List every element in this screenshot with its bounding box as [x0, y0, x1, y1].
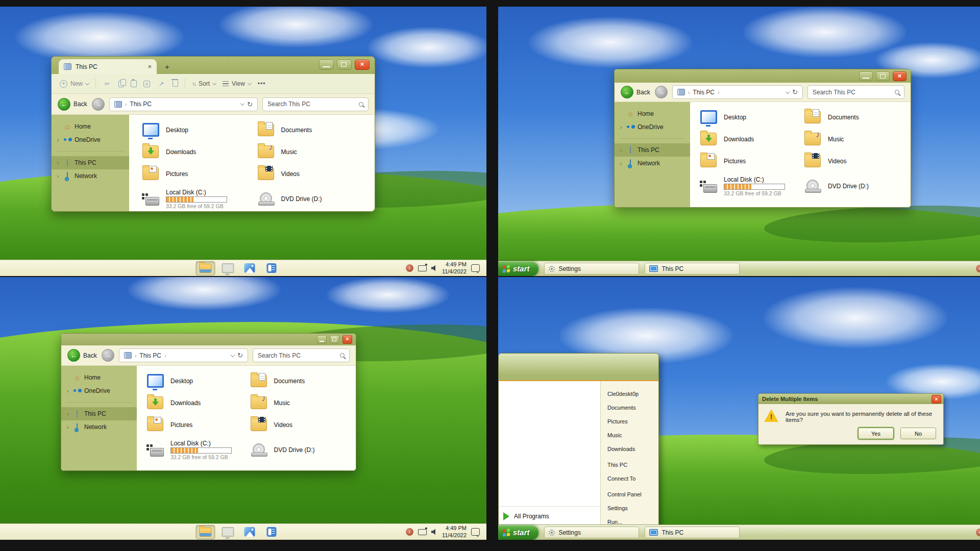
expand-chevron-icon[interactable] — [65, 388, 70, 394]
file-item-videos[interactable]: Videos — [250, 414, 353, 436]
taskbar-system-button[interactable] — [218, 525, 237, 538]
file-item-local-disk[interactable]: Local Disk (C:) 33.2 GB free of 59.2 GB — [146, 436, 250, 464]
expand-chevron-icon[interactable] — [619, 147, 623, 153]
no-button[interactable]: No — [900, 428, 936, 439]
dialog-close-button[interactable]: × — [932, 395, 941, 404]
taskbar-widgets-button[interactable] — [262, 525, 281, 538]
network-tray-icon[interactable] — [418, 529, 427, 535]
sidebar-item-onedrive[interactable]: OneDrive — [61, 384, 137, 397]
new-tab-button[interactable]: + — [165, 62, 169, 71]
search-input[interactable]: Search This PC — [253, 348, 350, 362]
file-item-music[interactable]: ♪ Music — [257, 141, 372, 163]
file-item-pictures[interactable]: Pictures — [141, 163, 257, 185]
taskbar-file-explorer-button[interactable] — [195, 261, 215, 276]
notification-icon[interactable] — [471, 528, 480, 536]
volume-icon[interactable] — [431, 529, 437, 535]
taskbar-photos-button[interactable] — [240, 525, 259, 538]
back-button[interactable]: ← — [67, 349, 80, 362]
cut-icon[interactable]: ✂ — [103, 80, 112, 88]
taskbar-button-this-pc[interactable]: This PC — [645, 263, 740, 274]
share-icon[interactable]: ↗ — [157, 80, 166, 88]
file-item-desktop[interactable]: Desktop — [699, 106, 803, 128]
taskbar-system-button[interactable] — [218, 261, 237, 274]
start-menu-item-desktop[interactable]: Cle0deskt0p — [601, 387, 658, 400]
maximize-button[interactable] — [337, 60, 352, 70]
delete-icon[interactable] — [173, 81, 178, 87]
refresh-icon[interactable]: ↻ — [237, 352, 243, 359]
file-item-videos[interactable]: Videos — [803, 150, 908, 172]
sidebar-item-home[interactable]: ⌂ Home — [52, 120, 129, 133]
more-options-button[interactable]: ••• — [258, 80, 266, 87]
expand-chevron-icon[interactable] — [65, 411, 70, 417]
file-item-documents[interactable]: Documents — [803, 106, 908, 128]
rename-icon[interactable]: A — [143, 81, 150, 87]
taskbar-file-explorer-button[interactable] — [195, 525, 215, 539]
file-item-documents[interactable]: Documents — [250, 370, 353, 392]
taskbar-clock[interactable]: 4:49 PM 11/4/2022 — [442, 525, 467, 538]
refresh-icon[interactable]: ↻ — [247, 101, 253, 108]
file-item-pictures[interactable]: Pictures — [146, 414, 250, 436]
title-bar[interactable] — [61, 334, 356, 345]
start-menu-item-settings[interactable]: Settings — [601, 501, 658, 515]
file-item-local-disk[interactable]: Local Disk (C:) 33.2 GB free of 59.2 GB — [699, 172, 803, 201]
start-menu-item-pictures[interactable]: Pictures — [601, 414, 658, 428]
sidebar-item-this-pc[interactable]: This PC — [615, 143, 690, 157]
chevron-down-icon[interactable] — [240, 102, 244, 106]
forward-button[interactable]: → — [92, 98, 105, 111]
explorer-window-tabbed[interactable]: This PC × + + New ✂ A ↗ — [51, 56, 375, 212]
yes-button[interactable]: Yes — [858, 428, 894, 439]
file-item-desktop[interactable]: Desktop — [146, 370, 250, 392]
forward-button[interactable]: → — [102, 349, 114, 362]
network-tray-icon[interactable] — [418, 265, 427, 271]
new-button[interactable]: + New — [60, 80, 89, 88]
sidebar-item-home[interactable]: ⌂ Home — [61, 371, 137, 384]
sort-button[interactable]: ↑↓ Sort — [192, 80, 216, 87]
sidebar-item-onedrive[interactable]: OneDrive — [615, 120, 690, 134]
close-button[interactable] — [355, 60, 370, 70]
file-item-downloads[interactable]: Downloads — [699, 128, 803, 150]
start-menu-item-control-panel[interactable]: Control Panel — [601, 487, 658, 501]
close-button[interactable] — [342, 335, 352, 344]
tray-chevron-icon[interactable]: ‹ — [406, 264, 413, 272]
taskbar-clock[interactable]: 4:49 PM 11/4/2022 — [442, 261, 467, 274]
sidebar-item-this-pc[interactable]: This PC — [61, 407, 137, 420]
file-item-pictures[interactable]: Pictures — [699, 150, 803, 172]
all-programs-button[interactable]: All Programs — [499, 506, 600, 525]
expand-chevron-icon[interactable] — [56, 137, 60, 143]
maximize-button[interactable] — [876, 71, 890, 81]
address-box[interactable]: › This PC ↻ — [109, 97, 258, 111]
tray-chevron-icon[interactable]: ‹ — [406, 528, 413, 536]
sidebar-item-onedrive[interactable]: OneDrive — [52, 133, 129, 146]
notification-icon[interactable] — [471, 264, 480, 272]
chevron-down-icon[interactable] — [786, 89, 790, 93]
expand-chevron-icon[interactable] — [56, 173, 60, 179]
start-menu-item-downloads[interactable]: Downloads — [601, 442, 658, 456]
taskbar-widgets-button[interactable] — [262, 261, 281, 274]
taskbar-button-settings[interactable]: Settings — [544, 527, 639, 538]
search-input[interactable]: Search This PC — [807, 85, 904, 99]
file-item-music[interactable]: ♪ Music — [250, 392, 353, 414]
start-menu-item-documents[interactable]: Documents — [601, 400, 658, 414]
file-item-music[interactable]: ♪ Music — [803, 128, 908, 150]
start-button[interactable]: start — [498, 525, 538, 540]
file-item-documents[interactable]: Documents — [257, 119, 372, 141]
title-bar[interactable] — [615, 69, 911, 83]
search-input[interactable]: Search This PC — [262, 97, 369, 111]
file-item-downloads[interactable]: Downloads — [146, 392, 250, 414]
view-button[interactable]: View — [223, 80, 251, 87]
taskbar-button-settings[interactable]: Settings — [544, 263, 639, 274]
sidebar-item-this-pc[interactable]: This PC — [52, 156, 129, 169]
back-button[interactable]: ← — [58, 98, 70, 111]
taskbar-button-this-pc[interactable]: This PC — [645, 527, 740, 538]
expand-chevron-icon[interactable] — [619, 160, 623, 166]
expand-chevron-icon[interactable] — [619, 124, 623, 130]
file-item-videos[interactable]: Videos — [257, 163, 372, 185]
minimize-button[interactable] — [319, 60, 334, 70]
file-item-dvd-drive[interactable]: DVD Drive (D:) — [250, 436, 353, 464]
start-button[interactable]: start — [498, 261, 538, 276]
chevron-down-icon[interactable] — [231, 353, 235, 357]
explorer-window-bottom-left[interactable]: ← Back → › This PC › ↻ Search This PC — [61, 333, 356, 471]
address-box[interactable]: › This PC › ↻ — [672, 85, 803, 99]
sidebar-item-network[interactable]: Network — [52, 169, 129, 183]
start-menu-item-music[interactable]: Music — [601, 428, 658, 442]
